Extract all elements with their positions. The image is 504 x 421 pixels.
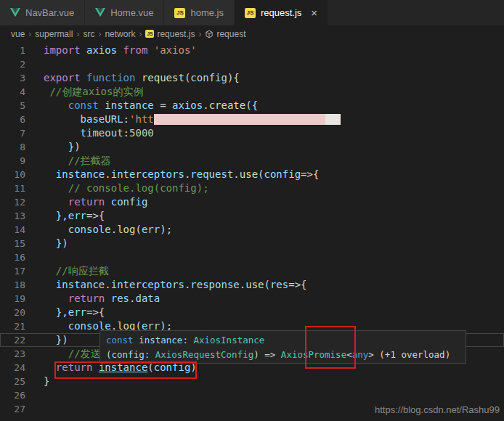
- line-number[interactable]: 7: [0, 126, 44, 140]
- js-file-icon: JS: [145, 30, 154, 38]
- code-token: err: [68, 210, 86, 221]
- code-token: [44, 320, 68, 332]
- code-token: :: [123, 113, 129, 125]
- line-number[interactable]: 9: [0, 154, 44, 168]
- code-line-20[interactable]: 20 },err=>{: [0, 306, 504, 319]
- code-line-16[interactable]: 16: [0, 250, 504, 264]
- js-file-icon: JS: [245, 8, 256, 18]
- code-token: instance: [105, 99, 153, 111]
- code-line-15[interactable]: 15 }): [0, 237, 504, 250]
- tab-home-js[interactable]: JShome.js: [164, 0, 235, 25]
- tooltip-line-1: const instance: AxiosInstance: [106, 333, 460, 348]
- breadcrumb-label: src: [83, 29, 94, 39]
- code-token: // console.log(config);: [44, 182, 209, 194]
- code-line-12[interactable]: 12 return config: [0, 195, 504, 209]
- tooltip-token: AxiosRequestConfig: [155, 349, 253, 360]
- breadcrumb-label: vue: [11, 29, 25, 39]
- vscode-window: NavBar.vueHome.vueJShome.jsJSrequest.js×…: [0, 0, 504, 421]
- line-number[interactable]: 19: [0, 292, 44, 306]
- code-line-8[interactable]: 8 }): [0, 140, 504, 154]
- code-line-19[interactable]: 19 return res.data: [0, 292, 504, 306]
- line-number[interactable]: 2: [0, 57, 44, 71]
- code-line-25[interactable]: 25}: [0, 375, 504, 388]
- line-number[interactable]: 3: [0, 71, 44, 85]
- line-number[interactable]: 20: [0, 306, 44, 319]
- line-number[interactable]: 11: [0, 181, 44, 195]
- line-number[interactable]: 5: [0, 99, 44, 113]
- line-number[interactable]: 24: [0, 361, 44, 375]
- line-number[interactable]: 18: [0, 278, 44, 292]
- line-number[interactable]: 15: [0, 237, 44, 250]
- breadcrumb-item-vue[interactable]: vue: [11, 29, 25, 39]
- code-token: =>{: [86, 306, 105, 318]
- code-token: const: [68, 99, 99, 111]
- code-token: (: [258, 168, 264, 180]
- code-line-26[interactable]: 26: [0, 388, 504, 402]
- line-number[interactable]: 21: [0, 319, 44, 333]
- code-token: [147, 44, 153, 56]
- line-number[interactable]: 17: [0, 264, 44, 278]
- code-line-9[interactable]: 9 //拦截器: [0, 154, 504, 168]
- line-number[interactable]: 22: [0, 333, 44, 347]
- code-line-10[interactable]: 10 instance.interceptors.request.use(con…: [0, 168, 504, 181]
- code-token: //拦截器: [44, 155, 111, 166]
- line-number[interactable]: 16: [0, 250, 44, 264]
- line-number[interactable]: 10: [0, 168, 44, 181]
- breadcrumb-item-request-js[interactable]: JSrequest.js: [145, 29, 195, 39]
- code-line-2[interactable]: 2: [0, 57, 504, 71]
- line-content: }): [44, 237, 68, 250]
- breadcrumb-item-supermall[interactable]: supermall: [35, 29, 73, 39]
- breadcrumb-item-request[interactable]: request: [205, 29, 245, 39]
- code-line-4[interactable]: 4 //创建axios的实例: [0, 85, 504, 99]
- close-tab-icon[interactable]: ×: [311, 7, 317, 18]
- breadcrumb-item-src[interactable]: src: [83, 29, 94, 39]
- code-line-11[interactable]: 11 // console.log(config);: [0, 181, 504, 195]
- tab-bar: NavBar.vueHome.vueJShome.jsJSrequest.js×: [0, 0, 504, 25]
- line-number[interactable]: 12: [0, 195, 44, 209]
- code-token: err: [142, 224, 160, 235]
- code-token: config: [111, 196, 148, 208]
- code-line-17[interactable]: 17 //响应拦截: [0, 264, 504, 278]
- tab-navbar-vue[interactable]: NavBar.vue: [0, 0, 85, 25]
- line-number[interactable]: 25: [0, 375, 44, 388]
- code-token: err: [68, 306, 86, 318]
- code-token: log: [117, 224, 135, 235]
- code-line-3[interactable]: 3export function request(config){: [0, 71, 504, 85]
- breadcrumb-item-network[interactable]: network: [105, 29, 135, 39]
- line-number[interactable]: 6: [0, 113, 44, 126]
- code-token: import: [44, 44, 81, 56]
- line-number[interactable]: 1: [0, 44, 44, 57]
- code-token: interceptors: [111, 279, 184, 290]
- code-token: request: [142, 72, 184, 83]
- code-line-13[interactable]: 13 },err=>{: [0, 209, 504, 223]
- line-number[interactable]: 4: [0, 85, 44, 99]
- code-line-18[interactable]: 18 instance.interceptors.response.use(re…: [0, 278, 504, 292]
- breadcrumb-label: request: [216, 29, 245, 39]
- line-content: instance.interceptors.response.use(res=>…: [44, 278, 307, 292]
- code-token: request: [190, 168, 233, 180]
- code-line-14[interactable]: 14 console.log(err);: [0, 223, 504, 237]
- tab-request-js[interactable]: JSrequest.js×: [235, 0, 328, 25]
- code-line-6[interactable]: 6 baseURL:'htt: [0, 113, 504, 126]
- code-line-5[interactable]: 5 const instance = axios.create({: [0, 99, 504, 113]
- tab-home-vue[interactable]: Home.vue: [85, 0, 164, 25]
- tooltip-token: AxiosPromise: [281, 349, 346, 360]
- line-number[interactable]: 26: [0, 388, 44, 402]
- line-content: return res.data: [44, 292, 160, 306]
- code-token: (: [264, 279, 270, 290]
- code-token: [105, 293, 110, 304]
- tab-label: request.js: [261, 7, 301, 18]
- line-content: //拦截器: [44, 154, 111, 168]
- tooltip-token: AxiosInstance: [193, 335, 264, 346]
- code-token: instance: [56, 279, 105, 290]
- line-number[interactable]: 23: [0, 347, 44, 361]
- code-line-1[interactable]: 1import axios from 'axios': [0, 44, 504, 57]
- line-number[interactable]: 27: [0, 402, 44, 416]
- line-number[interactable]: 8: [0, 140, 44, 154]
- breadcrumb-separator: ›: [139, 29, 142, 39]
- js-file-icon: JS: [174, 8, 185, 18]
- code-line-7[interactable]: 7 timeout:5000: [0, 126, 504, 140]
- line-number[interactable]: 13: [0, 209, 44, 223]
- line-content: console.log(err);: [44, 223, 172, 237]
- line-number[interactable]: 14: [0, 223, 44, 237]
